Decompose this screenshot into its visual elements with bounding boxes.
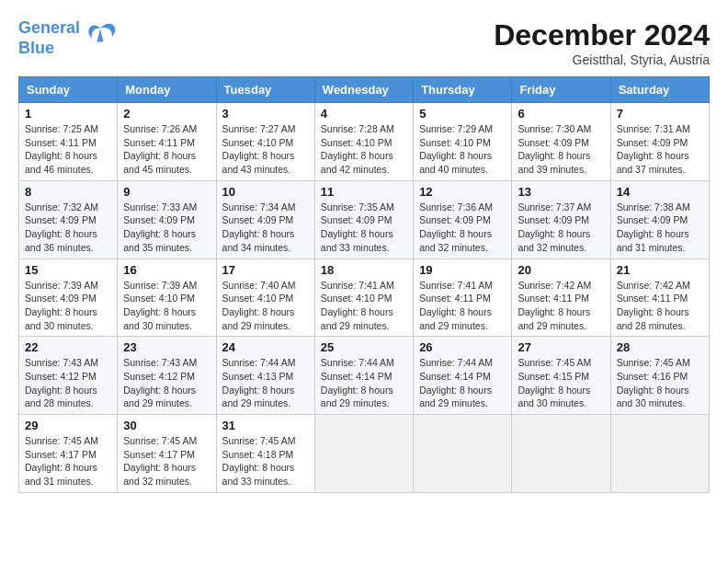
- calendar-day-cell: 3Sunrise: 7:27 AM Sunset: 4:10 PM Daylig…: [216, 103, 314, 181]
- day-info: Sunrise: 7:44 AM Sunset: 4:14 PM Dayligh…: [419, 356, 506, 410]
- day-number: 2: [123, 107, 210, 121]
- day-info: Sunrise: 7:30 AM Sunset: 4:09 PM Dayligh…: [518, 122, 604, 177]
- day-number: 24: [222, 340, 309, 354]
- calendar-day-header: Wednesday: [314, 77, 413, 103]
- day-info: Sunrise: 7:45 AM Sunset: 4:17 PM Dayligh…: [123, 434, 210, 488]
- day-info: Sunrise: 7:33 AM Sunset: 4:09 PM Dayligh…: [123, 201, 210, 255]
- day-info: Sunrise: 7:26 AM Sunset: 4:11 PM Dayligh…: [123, 122, 210, 177]
- day-number: 21: [617, 263, 703, 277]
- day-info: Sunrise: 7:34 AM Sunset: 4:09 PM Dayligh…: [222, 201, 309, 255]
- calendar-day-cell: 17Sunrise: 7:40 AM Sunset: 4:10 PM Dayli…: [216, 259, 314, 337]
- day-info: Sunrise: 7:45 AM Sunset: 4:16 PM Dayligh…: [617, 356, 703, 410]
- location: Geistthal, Styria, Austria: [494, 52, 710, 67]
- calendar-day-cell: 7Sunrise: 7:31 AM Sunset: 4:09 PM Daylig…: [610, 103, 709, 181]
- title-block: December 2024 Geistthal, Styria, Austria: [494, 18, 710, 67]
- calendar-week-row: 1Sunrise: 7:25 AM Sunset: 4:11 PM Daylig…: [19, 103, 710, 181]
- calendar-day-cell: 22Sunrise: 7:43 AM Sunset: 4:12 PM Dayli…: [19, 337, 118, 415]
- calendar-day-cell: [314, 415, 413, 493]
- day-info: Sunrise: 7:38 AM Sunset: 4:09 PM Dayligh…: [617, 201, 703, 255]
- calendar-day-cell: 4Sunrise: 7:28 AM Sunset: 4:10 PM Daylig…: [314, 103, 413, 181]
- day-info: Sunrise: 7:43 AM Sunset: 4:12 PM Dayligh…: [123, 356, 210, 410]
- day-info: Sunrise: 7:44 AM Sunset: 4:13 PM Dayligh…: [222, 356, 309, 410]
- day-number: 26: [419, 340, 506, 354]
- day-info: Sunrise: 7:35 AM Sunset: 4:09 PM Dayligh…: [321, 201, 407, 255]
- calendar-day-cell: [512, 415, 610, 493]
- calendar-day-header: Saturday: [610, 77, 709, 103]
- calendar-day-header: Thursday: [414, 77, 512, 103]
- calendar-day-cell: [414, 415, 512, 493]
- calendar-day-header: Monday: [118, 77, 216, 103]
- calendar-day-cell: 13Sunrise: 7:37 AM Sunset: 4:09 PM Dayli…: [512, 180, 610, 259]
- calendar-table: SundayMondayTuesdayWednesdayThursdayFrid…: [18, 76, 710, 493]
- day-number: 4: [321, 107, 407, 121]
- calendar-day-cell: 10Sunrise: 7:34 AM Sunset: 4:09 PM Dayli…: [216, 180, 314, 259]
- calendar-week-row: 22Sunrise: 7:43 AM Sunset: 4:12 PM Dayli…: [19, 337, 710, 415]
- calendar-header-row: SundayMondayTuesdayWednesdayThursdayFrid…: [19, 77, 710, 103]
- calendar-day-cell: 11Sunrise: 7:35 AM Sunset: 4:09 PM Dayli…: [314, 180, 413, 259]
- day-info: Sunrise: 7:41 AM Sunset: 4:11 PM Dayligh…: [419, 279, 506, 333]
- month-title: December 2024: [494, 18, 710, 52]
- calendar-day-cell: 19Sunrise: 7:41 AM Sunset: 4:11 PM Dayli…: [414, 259, 512, 337]
- calendar-day-cell: 30Sunrise: 7:45 AM Sunset: 4:17 PM Dayli…: [118, 415, 216, 493]
- day-info: Sunrise: 7:37 AM Sunset: 4:09 PM Dayligh…: [518, 201, 604, 255]
- calendar-day-cell: 20Sunrise: 7:42 AM Sunset: 4:11 PM Dayli…: [512, 259, 610, 337]
- day-info: Sunrise: 7:25 AM Sunset: 4:11 PM Dayligh…: [25, 122, 111, 177]
- calendar-day-cell: 18Sunrise: 7:41 AM Sunset: 4:10 PM Dayli…: [314, 259, 413, 337]
- calendar-day-cell: 26Sunrise: 7:44 AM Sunset: 4:14 PM Dayli…: [414, 337, 512, 415]
- day-number: 16: [123, 263, 210, 277]
- calendar-day-cell: 12Sunrise: 7:36 AM Sunset: 4:09 PM Dayli…: [414, 180, 512, 259]
- day-info: Sunrise: 7:32 AM Sunset: 4:09 PM Dayligh…: [25, 201, 111, 255]
- logo: GeneralBlue: [18, 18, 117, 58]
- day-info: Sunrise: 7:43 AM Sunset: 4:12 PM Dayligh…: [25, 356, 111, 410]
- calendar-day-cell: 29Sunrise: 7:45 AM Sunset: 4:17 PM Dayli…: [19, 415, 118, 493]
- calendar-week-row: 29Sunrise: 7:45 AM Sunset: 4:17 PM Dayli…: [19, 415, 710, 493]
- day-info: Sunrise: 7:40 AM Sunset: 4:10 PM Dayligh…: [222, 279, 309, 333]
- day-info: Sunrise: 7:31 AM Sunset: 4:09 PM Dayligh…: [617, 122, 703, 177]
- calendar-day-cell: 23Sunrise: 7:43 AM Sunset: 4:12 PM Dayli…: [118, 337, 216, 415]
- day-number: 20: [518, 263, 604, 277]
- day-number: 1: [25, 107, 111, 121]
- calendar-day-cell: 8Sunrise: 7:32 AM Sunset: 4:09 PM Daylig…: [19, 180, 118, 259]
- day-info: Sunrise: 7:39 AM Sunset: 4:09 PM Dayligh…: [25, 279, 111, 333]
- calendar-week-row: 8Sunrise: 7:32 AM Sunset: 4:09 PM Daylig…: [19, 180, 710, 259]
- day-number: 5: [419, 107, 506, 121]
- day-info: Sunrise: 7:45 AM Sunset: 4:15 PM Dayligh…: [518, 356, 604, 410]
- calendar-day-cell: 2Sunrise: 7:26 AM Sunset: 4:11 PM Daylig…: [118, 103, 216, 181]
- day-info: Sunrise: 7:41 AM Sunset: 4:10 PM Dayligh…: [321, 279, 407, 333]
- calendar-day-cell: [610, 415, 709, 493]
- day-number: 27: [518, 340, 604, 354]
- calendar-day-cell: 14Sunrise: 7:38 AM Sunset: 4:09 PM Dayli…: [610, 180, 709, 259]
- day-info: Sunrise: 7:27 AM Sunset: 4:10 PM Dayligh…: [222, 122, 309, 177]
- day-number: 31: [222, 419, 309, 432]
- calendar-day-cell: 15Sunrise: 7:39 AM Sunset: 4:09 PM Dayli…: [19, 259, 118, 337]
- day-number: 7: [617, 107, 703, 121]
- day-info: Sunrise: 7:45 AM Sunset: 4:18 PM Dayligh…: [222, 434, 309, 488]
- calendar-day-cell: 31Sunrise: 7:45 AM Sunset: 4:18 PM Dayli…: [216, 415, 314, 493]
- day-number: 8: [25, 185, 111, 199]
- day-number: 3: [222, 107, 309, 121]
- page-header: GeneralBlue December 2024 Geistthal, Sty…: [18, 18, 710, 67]
- day-number: 22: [25, 340, 111, 354]
- calendar-day-header: Tuesday: [216, 77, 314, 103]
- day-info: Sunrise: 7:42 AM Sunset: 4:11 PM Dayligh…: [617, 279, 703, 333]
- logo-text: GeneralBlue: [18, 18, 80, 58]
- day-number: 23: [123, 340, 210, 354]
- day-number: 6: [518, 107, 604, 121]
- day-number: 12: [419, 185, 506, 199]
- calendar-day-cell: 9Sunrise: 7:33 AM Sunset: 4:09 PM Daylig…: [118, 180, 216, 259]
- day-info: Sunrise: 7:45 AM Sunset: 4:17 PM Dayligh…: [25, 434, 111, 488]
- day-info: Sunrise: 7:29 AM Sunset: 4:10 PM Dayligh…: [419, 122, 506, 177]
- day-info: Sunrise: 7:28 AM Sunset: 4:10 PM Dayligh…: [321, 122, 407, 177]
- day-info: Sunrise: 7:36 AM Sunset: 4:09 PM Dayligh…: [419, 201, 506, 255]
- day-number: 13: [518, 185, 604, 199]
- day-number: 9: [123, 185, 210, 199]
- logo-bird-icon: [84, 22, 117, 55]
- day-number: 10: [222, 185, 309, 199]
- calendar-day-header: Friday: [512, 77, 610, 103]
- day-number: 14: [617, 185, 703, 199]
- calendar-day-cell: 5Sunrise: 7:29 AM Sunset: 4:10 PM Daylig…: [414, 103, 512, 181]
- calendar-day-cell: 28Sunrise: 7:45 AM Sunset: 4:16 PM Dayli…: [610, 337, 709, 415]
- calendar-week-row: 15Sunrise: 7:39 AM Sunset: 4:09 PM Dayli…: [19, 259, 710, 337]
- calendar-day-cell: 1Sunrise: 7:25 AM Sunset: 4:11 PM Daylig…: [19, 103, 118, 181]
- day-number: 15: [25, 263, 111, 277]
